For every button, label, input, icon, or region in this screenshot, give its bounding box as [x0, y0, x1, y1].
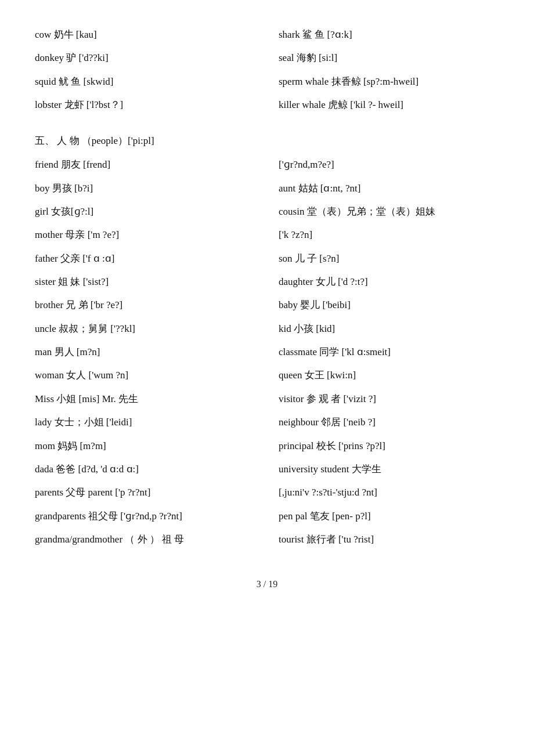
- list-item: squid 鱿 鱼 [skwid]: [35, 70, 255, 93]
- list-item: kid 小孩 [kid]: [279, 317, 499, 341]
- list-item: university student 大学生: [279, 458, 499, 481]
- list-item: son 儿 子 [s?n]: [279, 247, 499, 270]
- list-item: aunt 姑姑 [ɑ:nt, ?nt]: [279, 177, 499, 200]
- list-item: father 父亲 ['f ɑ :ɑ]: [35, 247, 255, 270]
- list-item: parents 父母 parent ['p ?r?nt]: [35, 481, 255, 504]
- list-item: dada 爸爸 [d?d, 'd ɑ:d ɑ:]: [35, 458, 255, 481]
- list-item: Miss 小姐 [mis] Mr. 先生: [35, 388, 255, 411]
- list-item: tourist 旅行者 ['tu ?rist]: [279, 528, 499, 551]
- animal-section: cow 奶牛 [kau]donkey 驴 ['d??ki]squid 鱿 鱼 […: [35, 23, 499, 117]
- list-item: uncle 叔叔；舅舅 ['??kl]: [35, 317, 255, 341]
- list-item: lobster 龙虾 ['l?bst？]: [35, 93, 255, 117]
- list-item: donkey 驴 ['d??ki]: [35, 46, 255, 70]
- list-item: lady 女士；小姐 ['leidi]: [35, 411, 255, 434]
- list-item: killer whale 虎鲸 ['kil ?- hweil]: [279, 93, 499, 117]
- list-item: shark 鲨 鱼 [?ɑ:k]: [279, 23, 499, 46]
- list-item: pen pal 笔友 [pen- p?l]: [279, 505, 499, 528]
- people-section: friend 朋友 [frend]boy 男孩 [b?i]girl 女孩[ɡ?:…: [35, 153, 499, 551]
- people-right-col: ['ɡr?nd,m?e?]aunt 姑姑 [ɑ:nt, ?nt]cousin 堂…: [279, 153, 499, 551]
- list-item: baby 婴儿 ['beibi]: [279, 294, 499, 317]
- list-item: daughter 女儿 ['d ?:t?]: [279, 270, 499, 294]
- spacer-1: [35, 117, 499, 124]
- list-item: friend 朋友 [frend]: [35, 153, 255, 176]
- list-item: boy 男孩 [b?i]: [35, 177, 255, 200]
- list-item: [,ju:ni'v ?:s?ti-'stju:d ?nt]: [279, 481, 499, 504]
- list-item: sister 姐 妹 ['sist?]: [35, 270, 255, 294]
- list-item: cow 奶牛 [kau]: [35, 23, 255, 46]
- section-header-people: 五、 人 物 （people）['pi:pl]: [35, 124, 499, 153]
- list-item: grandparents 祖父母 ['ɡr?nd,p ?r?nt]: [35, 505, 255, 528]
- list-item: man 男人 [m?n]: [35, 341, 255, 364]
- list-item: mother 母亲 ['m ?e?]: [35, 223, 255, 247]
- list-item: sperm whale 抹香鲸 [sp?:m-hweil]: [279, 70, 499, 93]
- list-item: visitor 参 观 者 ['vizit ?]: [279, 388, 499, 411]
- list-item: cousin 堂（表）兄弟；堂（表）姐妹: [279, 200, 499, 223]
- list-item: grandma/grandmother （ 外 ） 祖 母: [35, 528, 255, 551]
- list-item: neighbour 邻居 ['neib ?]: [279, 411, 499, 434]
- list-item: mom 妈妈 [m?m]: [35, 435, 255, 458]
- animal-right-col: shark 鲨 鱼 [?ɑ:k]seal 海豹 [si:l]sperm whal…: [279, 23, 499, 117]
- page-number: 3 / 19: [35, 579, 499, 589]
- list-item: girl 女孩[ɡ?:l]: [35, 200, 255, 223]
- list-item: queen 女王 [kwi:n]: [279, 364, 499, 387]
- list-item: classmate 同学 ['kl ɑ:smeit]: [279, 341, 499, 364]
- list-item: brother 兄 弟 ['br ?e?]: [35, 294, 255, 317]
- list-item: woman 女人 ['wum ?n]: [35, 364, 255, 387]
- list-item: seal 海豹 [si:l]: [279, 46, 499, 70]
- people-left-col: friend 朋友 [frend]boy 男孩 [b?i]girl 女孩[ɡ?:…: [35, 153, 255, 551]
- list-item: ['ɡr?nd,m?e?]: [279, 153, 499, 176]
- list-item: ['k ?z?n]: [279, 223, 499, 247]
- animal-left-col: cow 奶牛 [kau]donkey 驴 ['d??ki]squid 鱿 鱼 […: [35, 23, 255, 117]
- list-item: principal 校长 ['prins ?p?l]: [279, 435, 499, 458]
